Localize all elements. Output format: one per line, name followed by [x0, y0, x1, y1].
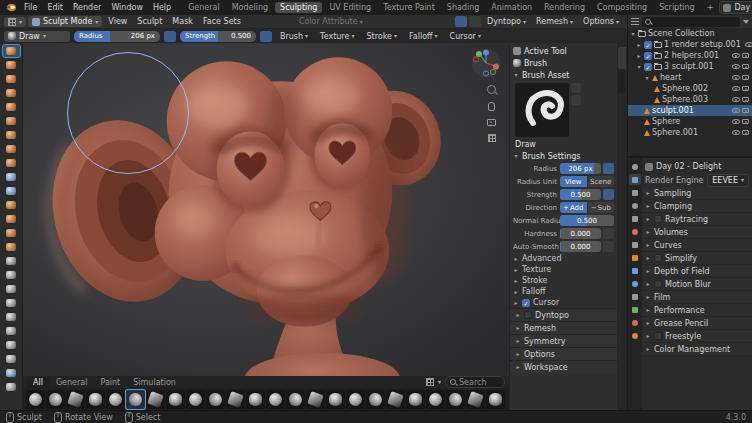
- tool-nudge-icon[interactable]: [3, 325, 20, 337]
- brush-thumbnail[interactable]: [106, 390, 125, 409]
- strength-field[interactable]: 0.500: [560, 189, 601, 200]
- brush-thumbnail[interactable]: [346, 390, 365, 409]
- tab-scene[interactable]: [629, 213, 641, 224]
- motion-blur-checkbox[interactable]: [654, 280, 662, 288]
- menu-mask[interactable]: Mask: [168, 17, 197, 26]
- workspace-tab-add[interactable]: +: [702, 2, 719, 13]
- outliner-search-input[interactable]: [642, 17, 740, 27]
- hide-eye-icon[interactable]: [732, 108, 740, 113]
- section-simplify[interactable]: ▸Simplify: [642, 252, 752, 265]
- tab-world[interactable]: [629, 226, 641, 237]
- auto-smooth-pressure-toggle[interactable]: [603, 241, 614, 252]
- tool-pose-icon[interactable]: [3, 311, 20, 323]
- tab-physics[interactable]: [629, 278, 641, 289]
- tool-annotate-icon[interactable]: [3, 381, 20, 393]
- brush-thumbnail[interactable]: [386, 390, 405, 409]
- tool-draw-sharp-icon[interactable]: [3, 59, 20, 71]
- shelf-tab-general[interactable]: General: [50, 377, 94, 388]
- radius-unit-scene-button[interactable]: Scene: [588, 176, 615, 187]
- brush-thumbnail[interactable]: [66, 390, 85, 409]
- panel-workspace[interactable]: ▸Workspace: [510, 360, 617, 373]
- shelf-tab-paint[interactable]: Paint: [94, 377, 126, 388]
- symmetry-x-button[interactable]: [455, 16, 467, 27]
- auto-smooth-field[interactable]: 0.000: [560, 241, 601, 252]
- shelf-tab-all[interactable]: All: [27, 377, 49, 388]
- tab-texture[interactable]: [629, 330, 641, 341]
- render-engine-select[interactable]: EEVEE ▾: [707, 174, 749, 187]
- blender-logo-icon[interactable]: [4, 3, 17, 12]
- disable-render-icon[interactable]: [742, 108, 749, 113]
- radius-slider[interactable]: Radius206 px: [74, 31, 160, 42]
- menu-cursor[interactable]: Cursor▾: [446, 32, 485, 41]
- tab-object-data[interactable]: [629, 304, 641, 315]
- hide-eye-icon[interactable]: [732, 86, 740, 91]
- strength-pressure-toggle[interactable]: [603, 189, 614, 200]
- workspace-tab-scripting[interactable]: Scripting: [654, 2, 700, 13]
- workspace-tab-uv-editing[interactable]: UV Editing: [324, 2, 376, 13]
- section-falloff[interactable]: ▸Falloff: [513, 286, 614, 297]
- workspace-tab-modeling[interactable]: Modeling: [227, 2, 273, 13]
- tool-elastic-deform-icon[interactable]: [3, 269, 20, 281]
- section-volumes[interactable]: ▸Volumes: [642, 226, 752, 239]
- disable-render-icon[interactable]: [742, 130, 749, 135]
- section-color-management[interactable]: ▸Color Management: [642, 343, 752, 356]
- section-clamping[interactable]: ▸Clamping: [642, 200, 752, 213]
- section-cursor[interactable]: ▸ Cursor: [513, 297, 614, 308]
- brush-thumbnail[interactable]: [186, 390, 205, 409]
- collection-checkbox[interactable]: [644, 63, 652, 71]
- disable-render-icon[interactable]: [742, 53, 749, 58]
- brush-thumbnail[interactable]: [86, 390, 105, 409]
- tab-output[interactable]: [629, 187, 641, 198]
- section-depth-of-field[interactable]: ▸Depth of Field: [642, 265, 752, 278]
- hide-eye-icon[interactable]: [732, 64, 740, 69]
- brush-thumbnail[interactable]: [326, 390, 345, 409]
- zoom-icon[interactable]: [487, 85, 496, 94]
- disable-render-icon[interactable]: [742, 119, 749, 124]
- workspace-tab-texture-paint[interactable]: Texture Paint: [378, 2, 440, 13]
- shelf-display-icon[interactable]: [426, 378, 434, 386]
- section-texture[interactable]: ▸Texture: [513, 264, 614, 275]
- brush-asset-section[interactable]: ▾ Brush Asset: [513, 69, 614, 81]
- menu-sculpt[interactable]: Sculpt: [133, 17, 166, 26]
- disable-render-icon[interactable]: [742, 64, 749, 69]
- brush-thumbnail[interactable]: [226, 390, 245, 409]
- hide-eye-icon[interactable]: [732, 130, 740, 135]
- normal-radius-field[interactable]: 0.500: [560, 215, 614, 226]
- tool-clay-strips-icon[interactable]: [3, 87, 20, 99]
- tool-mask-icon[interactable]: [3, 367, 20, 379]
- pan-hand-icon[interactable]: [488, 102, 495, 111]
- menu-help[interactable]: Help: [148, 3, 176, 12]
- panel-symmetry[interactable]: ▸Symmetry: [510, 334, 617, 347]
- tool-inflate-icon[interactable]: [3, 129, 20, 141]
- outliner-row-render-setup[interactable]: ▸ 1 render setup.001: [628, 39, 752, 50]
- prev-brush-button[interactable]: [571, 83, 581, 93]
- tool-clay-icon[interactable]: [3, 73, 20, 85]
- menu-edit[interactable]: Edit: [42, 3, 68, 12]
- brush-thumbnail[interactable]: [286, 390, 305, 409]
- hide-eye-icon[interactable]: [732, 119, 740, 124]
- hide-eye-icon[interactable]: [732, 53, 740, 58]
- tool-blob-icon[interactable]: [3, 143, 20, 155]
- outliner-row-sculpt-001-selected[interactable]: sculpt.001: [628, 105, 752, 116]
- brush-thumbnail[interactable]: [166, 390, 185, 409]
- tab-view-layer[interactable]: [629, 200, 641, 211]
- menu-dyntopo[interactable]: Dyntopo▾: [483, 17, 530, 26]
- radius-pressure-toggle[interactable]: [603, 163, 614, 174]
- menu-falloff[interactable]: Falloff▾: [405, 32, 442, 41]
- tool-thumb-icon[interactable]: [3, 297, 20, 309]
- tool-smooth-icon[interactable]: [3, 171, 20, 183]
- overlays-button[interactable]: [469, 16, 481, 27]
- strength-pressure-button[interactable]: [260, 31, 272, 42]
- hide-eye-icon[interactable]: [745, 42, 752, 47]
- tool-crease-icon[interactable]: [3, 157, 20, 169]
- section-sampling[interactable]: ▸Sampling: [642, 187, 752, 200]
- tool-fill-icon[interactable]: [3, 199, 20, 211]
- tool-rotate-icon[interactable]: [3, 339, 20, 351]
- shelf-search-input[interactable]: Search: [445, 376, 505, 388]
- viewport-3d[interactable]: All General Paint Simulation ▾ Search: [23, 43, 509, 410]
- tool-snake-hook-icon[interactable]: [3, 283, 20, 295]
- tab-tool[interactable]: [629, 161, 641, 172]
- outliner-row-sculpt-collection[interactable]: ▾ 3 sculpt.001: [628, 61, 752, 72]
- brush-row[interactable]: Brush: [513, 57, 614, 69]
- sidebar-tab-tool[interactable]: [618, 47, 626, 69]
